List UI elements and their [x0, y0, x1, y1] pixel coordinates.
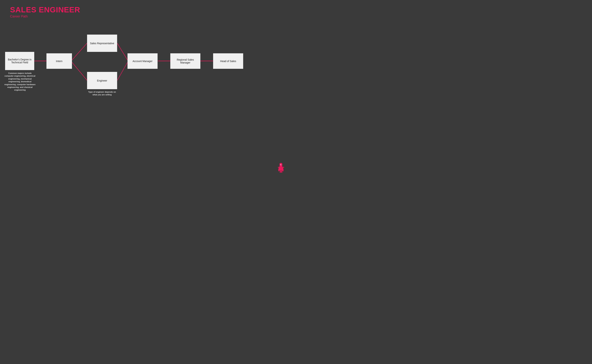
node-intern: Intern [47, 53, 72, 69]
node-degree: Bachelor's Degree in Technical Field [5, 52, 34, 70]
svg-rect-10 [281, 170, 282, 173]
node-account-manager: Account Manager [127, 53, 158, 69]
node-sales-rep: Sales Representative [87, 35, 117, 52]
page-header: SALES ENGINEER Career Path [10, 6, 80, 18]
svg-line-1 [72, 43, 87, 60]
page-subtitle: Career Path [10, 14, 80, 18]
connections-svg [0, 24, 296, 182]
node-head-of-sales: Head of Sales [213, 53, 243, 69]
node-engineer: Engineer [87, 72, 117, 89]
svg-rect-11 [278, 167, 280, 168]
svg-line-2 [72, 62, 87, 80]
node-regional-sales: Regional Sales Manager [170, 53, 200, 69]
annotation-degree: Common majors include computer engineeri… [4, 72, 36, 91]
superhero-icon: G [276, 162, 286, 174]
page-title: SALES ENGINEER [10, 6, 80, 14]
svg-text:G: G [280, 164, 281, 166]
svg-rect-9 [280, 170, 281, 173]
career-diagram: Bachelor's Degree in Technical Field Int… [0, 24, 296, 182]
svg-rect-12 [282, 167, 284, 168]
svg-line-3 [117, 43, 127, 60]
annotation-engineer: Type of engineer depends on what you are… [86, 91, 118, 96]
svg-line-4 [117, 62, 127, 80]
brand-logo: G [276, 162, 286, 176]
